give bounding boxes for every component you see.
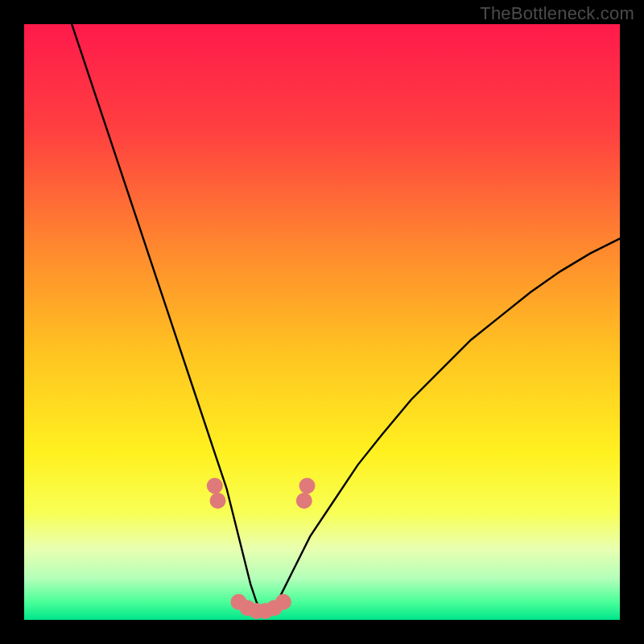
highlight-dot <box>210 493 226 509</box>
bottleneck-plot <box>0 0 644 644</box>
gradient-background <box>24 24 620 620</box>
highlight-dot <box>299 478 316 494</box>
highlight-dot <box>296 493 312 509</box>
chart-frame: TheBottleneck.com <box>0 0 644 644</box>
highlight-dot <box>275 594 291 610</box>
highlight-dot <box>207 478 223 494</box>
watermark-text: TheBottleneck.com <box>480 3 634 24</box>
